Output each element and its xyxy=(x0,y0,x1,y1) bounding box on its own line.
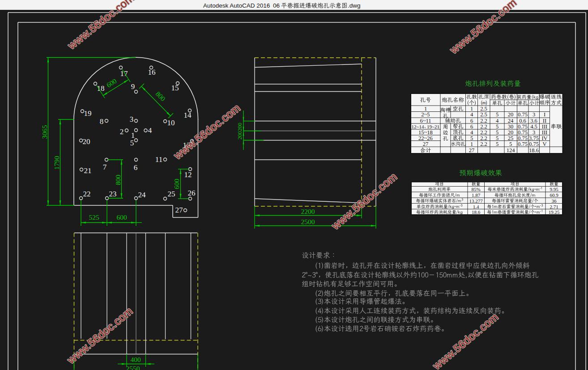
svg-text:13.277: 13.277 xyxy=(469,198,483,204)
svg-text:200: 200 xyxy=(237,131,243,140)
svg-text:4: 4 xyxy=(470,129,473,136)
svg-text:.dwg: .dwg xyxy=(348,2,361,9)
svg-text:20: 20 xyxy=(83,137,90,146)
svg-text:25: 25 xyxy=(168,190,175,198)
svg-text:2.2: 2.2 xyxy=(480,123,487,130)
svg-text:5: 5 xyxy=(509,141,512,147)
svg-text:0.75: 0.75 xyxy=(518,111,528,118)
svg-text:4: 4 xyxy=(470,111,473,118)
svg-text:2~5: 2~5 xyxy=(421,111,430,118)
svg-text:15: 15 xyxy=(171,84,179,92)
svg-text:124: 124 xyxy=(507,147,516,153)
svg-text:4: 4 xyxy=(148,126,152,135)
svg-text:20: 20 xyxy=(508,111,514,118)
svg-text:2.2: 2.2 xyxy=(480,141,487,147)
svg-text:5: 5 xyxy=(496,135,499,141)
svg-text:2.2: 2.2 xyxy=(480,135,487,141)
svg-text:3: 3 xyxy=(130,115,134,123)
svg-text:2: 2 xyxy=(120,128,124,136)
svg-text:4.5: 4.5 xyxy=(530,123,537,130)
svg-text:12~14: 12~14 xyxy=(412,124,424,129)
svg-text:30: 30 xyxy=(508,123,514,130)
svg-text:1.4: 1.4 xyxy=(473,204,479,209)
svg-text:1.87: 1.87 xyxy=(472,192,481,198)
svg-text:2.2: 2.2 xyxy=(480,129,487,136)
svg-text:4: 4 xyxy=(496,118,499,124)
svg-text:27: 27 xyxy=(175,206,183,214)
svg-text:6: 6 xyxy=(470,118,473,124)
svg-text:19: 19 xyxy=(84,109,92,118)
svg-text:400: 400 xyxy=(130,356,141,363)
svg-text:16: 16 xyxy=(148,68,156,77)
svg-text:60.9: 60.9 xyxy=(550,192,558,198)
svg-text:III: III xyxy=(542,123,548,130)
svg-text:2200: 2200 xyxy=(301,208,315,215)
svg-text:V: V xyxy=(542,141,546,147)
svg-text:IV: IV xyxy=(541,135,547,141)
svg-text:6~11: 6~11 xyxy=(420,118,431,124)
svg-text:21: 21 xyxy=(84,166,92,175)
svg-text:I: I xyxy=(544,111,545,118)
svg-text:3065: 3065 xyxy=(41,125,48,139)
svg-text:22~26: 22~26 xyxy=(418,135,433,141)
svg-text:3: 3 xyxy=(533,111,535,118)
svg-text:www.56doc.com: www.56doc.com xyxy=(430,310,500,370)
svg-text:II: II xyxy=(543,118,546,124)
svg-text:2.5: 2.5 xyxy=(480,106,487,112)
svg-text:12: 12 xyxy=(184,170,192,179)
svg-text:10: 10 xyxy=(167,119,175,127)
svg-text:0.75: 0.75 xyxy=(518,129,528,136)
svg-text:0.75: 0.75 xyxy=(518,135,528,141)
svg-text:0.75: 0.75 xyxy=(529,141,539,147)
svg-text:9.95: 9.95 xyxy=(550,187,558,192)
svg-text:3.75: 3.75 xyxy=(529,135,539,141)
svg-text:7: 7 xyxy=(103,163,107,171)
svg-text:3: 3 xyxy=(533,129,535,136)
svg-text:27: 27 xyxy=(469,147,475,153)
svg-text:06: 06 xyxy=(273,2,280,9)
svg-text:22: 22 xyxy=(83,190,91,198)
svg-text:www.56doc.com: www.56doc.com xyxy=(171,102,243,162)
svg-text:1: 1 xyxy=(470,141,473,147)
svg-text:5: 5 xyxy=(496,111,499,118)
svg-text:0.75: 0.75 xyxy=(518,123,528,130)
svg-text:19.25: 19.25 xyxy=(549,209,560,215)
svg-text:19~21: 19~21 xyxy=(427,124,439,129)
svg-text:5: 5 xyxy=(496,129,499,136)
svg-text:1: 1 xyxy=(470,106,473,112)
svg-text:www.56doc.com: www.56doc.com xyxy=(329,170,399,232)
svg-text:20: 20 xyxy=(508,129,514,136)
svg-text:5: 5 xyxy=(496,141,499,147)
svg-text:6: 6 xyxy=(470,123,473,130)
svg-text:0.6: 0.6 xyxy=(519,118,526,124)
svg-text:600: 600 xyxy=(173,179,180,189)
svg-text:18.6: 18.6 xyxy=(472,209,481,215)
svg-text:85%: 85% xyxy=(472,187,481,192)
svg-text:15~18: 15~18 xyxy=(418,129,433,136)
svg-text:24: 24 xyxy=(138,191,146,199)
svg-text:800: 800 xyxy=(154,90,167,103)
svg-text:525: 525 xyxy=(89,213,99,221)
svg-text:24: 24 xyxy=(508,118,514,124)
svg-text:www.56doc.com: www.56doc.com xyxy=(64,305,135,366)
svg-text:25: 25 xyxy=(508,135,514,141)
svg-text:3.6: 3.6 xyxy=(530,118,537,124)
svg-text:600: 600 xyxy=(116,213,127,221)
svg-text:14: 14 xyxy=(184,111,192,119)
svg-text:26: 26 xyxy=(188,189,196,197)
svg-text:m: m xyxy=(482,100,486,105)
svg-text:200: 200 xyxy=(237,123,243,131)
svg-text:2.2: 2.2 xyxy=(480,118,487,124)
svg-text:1790: 1790 xyxy=(53,156,60,170)
svg-text:0.75: 0.75 xyxy=(518,141,528,147)
svg-text:5: 5 xyxy=(496,123,499,130)
svg-text:11: 11 xyxy=(155,155,162,164)
svg-text:2.71: 2.71 xyxy=(550,204,558,209)
svg-text:1: 1 xyxy=(424,106,427,112)
svg-text:9: 9 xyxy=(131,82,135,91)
svg-text:5: 5 xyxy=(470,135,473,141)
svg-text:III: III xyxy=(542,129,548,136)
svg-text:27: 27 xyxy=(423,141,429,147)
svg-text:5: 5 xyxy=(130,139,134,147)
svg-text:18.6: 18.6 xyxy=(529,147,539,153)
